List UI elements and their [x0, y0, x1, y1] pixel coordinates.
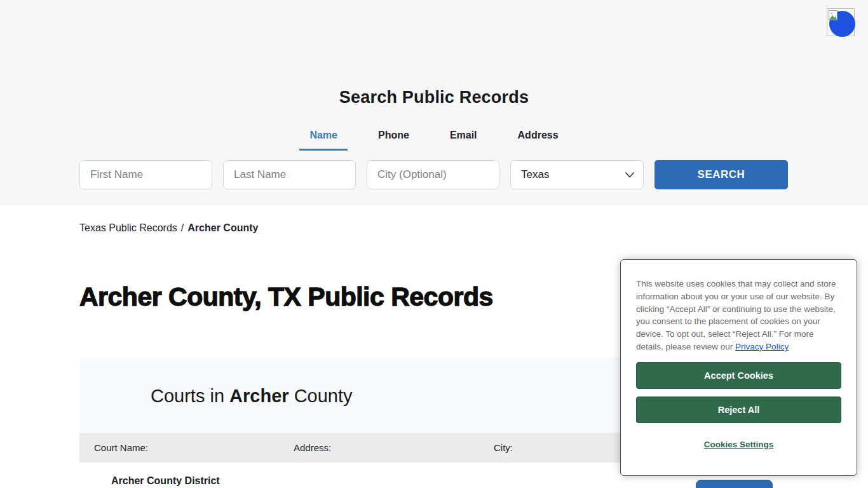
search-title: Search Public Records: [0, 88, 868, 107]
state-select[interactable]: Texas: [510, 160, 644, 189]
city-input[interactable]: [367, 160, 499, 189]
broken-image-placeholder: [827, 8, 855, 36]
tab-name[interactable]: Name: [299, 127, 348, 151]
tab-address[interactable]: Address: [508, 127, 569, 151]
court-name-cell: Archer County District: [94, 463, 294, 488]
address-cell: [294, 463, 494, 488]
search-button[interactable]: SEARCH: [654, 160, 788, 189]
search-tabs: Name Phone Email Address: [0, 127, 868, 151]
accept-cookies-button[interactable]: Accept Cookies: [636, 362, 841, 389]
breadcrumb-texas-public-records[interactable]: Texas Public Records: [79, 222, 177, 233]
state-select-value: Texas: [521, 168, 549, 181]
first-name-input[interactable]: [79, 160, 212, 189]
last-name-input[interactable]: [223, 160, 356, 189]
breadcrumb-separator: /: [181, 222, 184, 233]
page: Search Public Records Name Phone Email A…: [0, 0, 868, 488]
page-title: Archer County, TX Public Records: [79, 282, 651, 312]
breadcrumb: Texas Public Records/Archer County: [79, 222, 258, 234]
cookie-consent-dialog: This website uses cookies that may colle…: [620, 259, 857, 476]
reject-all-button[interactable]: Reject All: [636, 396, 841, 423]
courts-heading-county: Archer: [229, 386, 289, 406]
broken-image-icon: [829, 10, 838, 24]
search-section: Search Public Records Name Phone Email A…: [0, 0, 868, 205]
row-action-button[interactable]: [696, 480, 773, 488]
chevron-down-icon: [625, 168, 634, 181]
tab-phone[interactable]: Phone: [368, 127, 419, 151]
cookie-message-text: This website uses cookies that may colle…: [636, 279, 836, 351]
courts-heading-prefix: Courts in: [151, 386, 224, 406]
tab-email[interactable]: Email: [440, 127, 487, 151]
column-address: Address:: [294, 442, 494, 453]
cookies-settings-link[interactable]: Cookies Settings: [636, 440, 841, 449]
cookie-message: This website uses cookies that may colle…: [636, 278, 841, 353]
search-form: Texas SEARCH: [79, 160, 789, 189]
courts-heading-suffix: County: [294, 386, 353, 406]
privacy-policy-link[interactable]: Privacy Policy: [735, 342, 789, 351]
column-court-name: Court Name:: [94, 442, 294, 453]
breadcrumb-current: Archer County: [187, 222, 258, 233]
